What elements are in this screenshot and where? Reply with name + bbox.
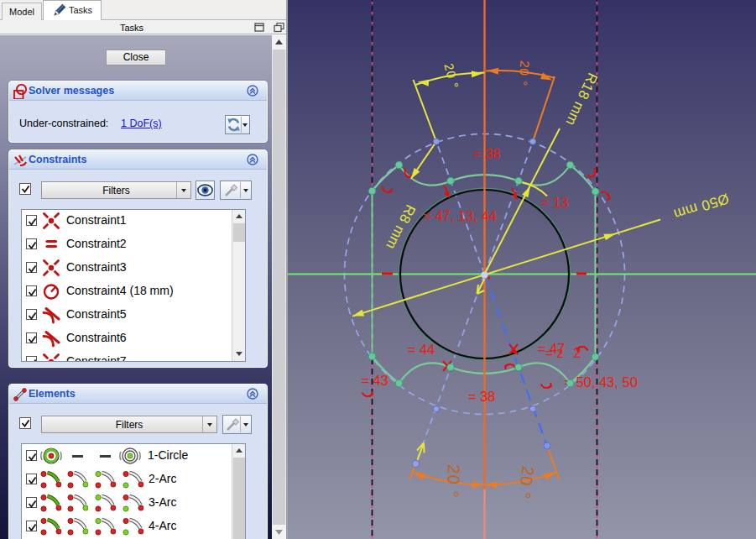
svg-text:= 2: = 2 [545,346,563,360]
svg-text:= 43: = 43 [361,373,388,388]
svg-text:= 44: = 44 [408,342,435,357]
svg-text:20 °: 20 ° [443,464,463,499]
svg-text:= 38: = 38 [468,389,496,404]
svg-text:20 °: 20 ° [515,60,532,86]
svg-text:= 13: = 13 [541,195,569,210]
svg-text:= 50, 43, 50: = 50, 43, 50 [564,374,638,390]
svg-text:= 38: = 38 [473,146,501,161]
svg-text:= 47, 13, 44: = 47, 13, 44 [423,208,497,223]
